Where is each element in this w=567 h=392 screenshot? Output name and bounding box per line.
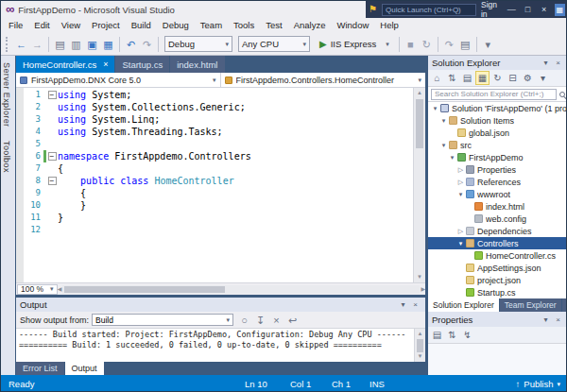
- clear-all-icon[interactable]: ×: [268, 311, 284, 330]
- expander-icon[interactable]: ▷: [456, 166, 465, 174]
- editor-vertical-scrollbar[interactable]: ▲ ▼: [413, 88, 425, 282]
- tree-item-src[interactable]: ▾src: [428, 139, 567, 151]
- tree-item-index-html[interactable]: index.html: [428, 200, 567, 213]
- scroll-down-icon[interactable]: ▼: [414, 272, 425, 282]
- tree-item-references[interactable]: ▷References: [428, 176, 567, 188]
- tree-item-project-json[interactable]: project.json: [428, 274, 567, 286]
- document-tab-homecontroller-cs[interactable]: HomeController.cs×: [16, 56, 114, 73]
- menu-analyze[interactable]: Analyze: [288, 18, 332, 33]
- close-panel-icon[interactable]: ×: [409, 300, 421, 309]
- expander-icon[interactable]: ▾: [439, 142, 448, 149]
- alphabetical-icon[interactable]: ⇅: [445, 328, 459, 342]
- minimize-button[interactable]: —: [506, 1, 517, 18]
- panel-tab-class-view[interactable]: Class View: [562, 298, 567, 312]
- zoom-control[interactable]: 100 % ▾: [17, 284, 58, 295]
- find-in-files-icon[interactable]: ▤: [457, 35, 473, 54]
- solution-configurations-dropdown[interactable]: Debug ▾: [164, 36, 232, 52]
- menu-build[interactable]: Build: [126, 18, 157, 33]
- window-position-icon[interactable]: ▾: [540, 315, 552, 324]
- expander-icon[interactable]: ▾: [431, 105, 439, 112]
- tree-item-firstappdemo[interactable]: ▾FirstAppDemo: [428, 151, 567, 163]
- scrollbar-thumb[interactable]: [417, 339, 423, 352]
- menu-view[interactable]: View: [56, 18, 86, 33]
- search-input[interactable]: [431, 89, 557, 100]
- window-position-icon[interactable]: ▾: [397, 300, 409, 309]
- scrollbar-track[interactable]: [62, 285, 420, 294]
- tree-item-properties[interactable]: ▷Properties: [428, 163, 567, 176]
- restart-icon[interactable]: ↻: [419, 35, 435, 54]
- navigate-backward-icon[interactable]: ←: [13, 35, 29, 54]
- code-editor[interactable]: 1−using System;2using System.Collections…: [16, 88, 425, 282]
- expander-icon[interactable]: ▷: [456, 179, 465, 186]
- tree-item-homecontroller-cs[interactable]: HomeController.cs: [428, 249, 567, 262]
- project-dropdown[interactable]: FirstAppDemo.DNX Core 5.0 ▾: [16, 73, 221, 87]
- new-file-icon[interactable]: ▤: [52, 35, 68, 54]
- tree-item-appsettings-json[interactable]: AppSettings.json: [428, 262, 567, 274]
- sync-with-active-document-icon[interactable]: ⇅: [445, 71, 459, 85]
- save-all-icon[interactable]: ▦: [100, 35, 116, 54]
- expander-icon[interactable]: ▷: [456, 228, 465, 235]
- menu-debug[interactable]: Debug: [157, 18, 195, 33]
- menu-project[interactable]: Project: [86, 18, 126, 33]
- output-vertical-scrollbar[interactable]: ▲ ▼: [414, 329, 425, 362]
- fold-collapse-icon[interactable]: −: [46, 89, 58, 101]
- expander-icon[interactable]: ▾: [439, 117, 448, 125]
- menu-help[interactable]: Help: [374, 18, 404, 33]
- undo-icon[interactable]: ↶: [123, 35, 139, 54]
- editor-horizontal-scrollbar[interactable]: ◀ ▶: [58, 283, 425, 296]
- output-content[interactable]: ------ Build started: Project: FirstAppD…: [16, 329, 425, 362]
- window-tile-icon[interactable]: ▦: [555, 4, 565, 16]
- maximize-button[interactable]: □: [522, 1, 533, 18]
- scroll-left-icon[interactable]: ◀: [58, 284, 62, 295]
- solution-platforms-dropdown[interactable]: Any CPU ▾: [238, 36, 310, 52]
- property-events-icon[interactable]: ↯: [460, 328, 474, 342]
- document-tab-startup-cs[interactable]: Startup.cs: [115, 56, 169, 73]
- tool-tab-toolbox[interactable]: Toolbox: [1, 134, 12, 179]
- find-message-icon[interactable]: ○: [236, 311, 252, 330]
- scrollbar-thumb[interactable]: [64, 286, 225, 293]
- tree-item-solution-firstappdemo-1-project[interactable]: ▾Solution 'FirstAppDemo' (1 project): [428, 102, 567, 114]
- save-icon[interactable]: ▣: [84, 35, 100, 54]
- open-file-icon[interactable]: ▥: [68, 35, 84, 54]
- scroll-up-icon[interactable]: ▲: [414, 88, 425, 98]
- tree-item-solution-items[interactable]: ▾Solution Items: [428, 114, 567, 127]
- toolbar-options-icon[interactable]: ▾: [480, 35, 496, 54]
- categorized-icon[interactable]: ▤: [430, 328, 444, 342]
- start-debugging-button[interactable]: ▶ IIS Express ▾: [317, 36, 392, 53]
- tree-item-startup-cs[interactable]: Startup.cs: [428, 286, 567, 298]
- window-position-icon[interactable]: ▾: [540, 59, 552, 67]
- sign-in-button[interactable]: Sign in: [481, 0, 501, 19]
- expander-icon[interactable]: ▾: [448, 154, 456, 162]
- go-to-message-icon[interactable]: ↧: [252, 311, 268, 330]
- tree-item-global-json[interactable]: global.json: [428, 127, 567, 139]
- menu-team[interactable]: Team: [195, 18, 228, 33]
- tree-item-web-config[interactable]: web.config: [428, 213, 567, 225]
- fold-collapse-icon[interactable]: −: [46, 150, 58, 162]
- tree-item-controllers[interactable]: ▾Controllers: [428, 237, 567, 249]
- home-icon[interactable]: ⌂: [430, 71, 444, 85]
- quick-launch-input[interactable]: [382, 4, 476, 16]
- step-over-icon[interactable]: ↷: [441, 35, 457, 54]
- toolbar-overflow-icon[interactable]: ▾: [536, 71, 550, 85]
- scrollbar-thumb[interactable]: [416, 99, 423, 148]
- scroll-down-icon[interactable]: ▼: [415, 351, 425, 362]
- scroll-up-icon[interactable]: ▲: [415, 329, 425, 339]
- toolbar-grip[interactable]: [6, 37, 10, 52]
- stop-debugging-icon[interactable]: ■: [403, 35, 419, 54]
- fold-collapse-icon[interactable]: −: [46, 175, 58, 187]
- close-button[interactable]: ×: [538, 1, 549, 18]
- document-tab-index-html[interactable]: index.html: [170, 56, 224, 73]
- output-source-dropdown[interactable]: Build ▾: [92, 314, 233, 326]
- close-panel-icon[interactable]: ×: [552, 59, 564, 67]
- panel-tab-team-explorer[interactable]: Team Explorer: [500, 298, 561, 312]
- publish-button[interactable]: ↑ Publish ▾: [516, 375, 560, 392]
- menu-file[interactable]: File: [3, 18, 28, 33]
- word-wrap-icon[interactable]: ↩: [284, 311, 301, 330]
- refresh-icon[interactable]: ↻: [490, 71, 505, 85]
- redo-icon[interactable]: ↷: [139, 35, 155, 54]
- properties-icon[interactable]: ⚙: [521, 71, 535, 85]
- close-panel-icon[interactable]: ×: [552, 315, 564, 324]
- menu-window[interactable]: Window: [331, 18, 374, 33]
- type-dropdown[interactable]: FirstAppdemo.Controllers.HomeController …: [221, 73, 426, 87]
- panel-tab-solution-explorer[interactable]: Solution Explorer: [428, 298, 499, 312]
